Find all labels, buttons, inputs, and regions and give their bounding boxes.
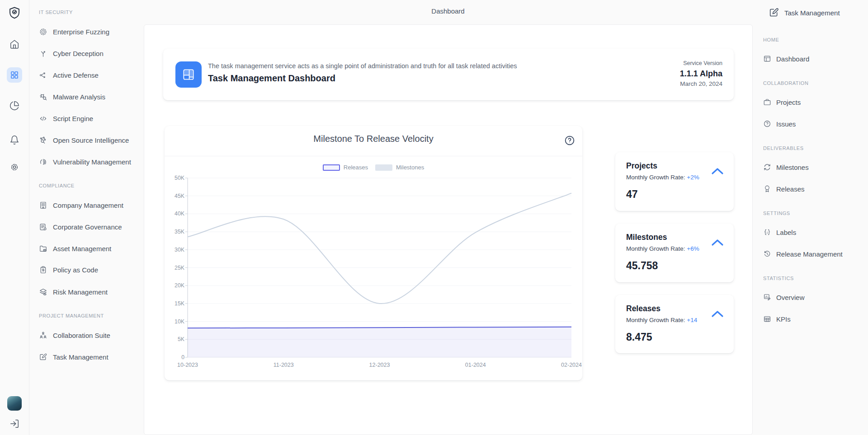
legend-label: Milestones <box>396 164 424 171</box>
growth-label: Monthly Growth Rate: <box>626 317 685 323</box>
divider <box>165 156 582 156</box>
app-label: Task Management <box>784 9 840 17</box>
help-icon[interactable] <box>564 135 576 146</box>
sidebar-item-corporate-governance[interactable]: Corporate Governance <box>39 221 122 232</box>
section-title-statistics: STATISTICS <box>763 276 794 281</box>
section-title-collaboration: COLLABORATION <box>763 80 809 86</box>
pie-chart-icon[interactable] <box>9 101 19 111</box>
right-item-milestones[interactable]: Milestones <box>763 162 809 173</box>
sidebar-item-asset-management[interactable]: Asset Management <box>39 243 111 254</box>
network-search-icon <box>39 136 47 145</box>
share-arrows-icon <box>39 71 47 80</box>
svg-text:10K: 10K <box>175 318 185 325</box>
right-item-projects[interactable]: Projects <box>763 97 801 108</box>
chevron-up-icon[interactable] <box>711 239 724 246</box>
sidebar-item-label: Script Engine <box>53 115 93 122</box>
home-icon[interactable] <box>9 39 19 49</box>
right-item-overview[interactable]: Overview <box>763 292 805 303</box>
right-item-label: Labels <box>776 229 796 236</box>
section-title-settings: SETTINGS <box>763 210 790 216</box>
sidebar-item-collaboration-suite[interactable]: Collaboration Suite <box>39 330 110 341</box>
sidebar-item-risk-management[interactable]: Risk Management <box>39 286 108 297</box>
growth-value: +6% <box>687 245 699 252</box>
right-item-dashboard[interactable]: Dashboard <box>763 53 809 64</box>
user-avatar[interactable] <box>7 396 22 411</box>
svg-text:02-2024: 02-2024 <box>561 362 582 368</box>
stat-title: Milestones <box>626 233 667 242</box>
right-item-label: Dashboard <box>776 55 809 63</box>
stat-growth: Monthly Growth Rate: +14 <box>626 317 697 323</box>
sidebar-item-enterprise-fuzzing[interactable]: Enterprise Fuzzing <box>39 26 109 37</box>
right-item-release-management[interactable]: Release Management <box>763 248 843 259</box>
edit-square-icon <box>769 7 779 18</box>
braces-icon <box>763 228 771 236</box>
sidebar-item-script-engine[interactable]: Script Engine <box>39 113 93 124</box>
report-icon <box>763 293 771 301</box>
releases-swatch <box>323 164 340 171</box>
bug-search-icon <box>39 93 47 101</box>
right-item-kpis[interactable]: KPIs <box>763 313 791 324</box>
sidebar-item-cyber-deception[interactable]: Cyber Deception <box>39 48 104 59</box>
grid-dashboard-icon[interactable] <box>7 67 22 83</box>
stat-title: Projects <box>626 161 657 171</box>
page-title: Dashboard <box>431 7 464 15</box>
sidebar-item-label: Open Source Intelligence <box>53 136 129 144</box>
growth-label: Monthly Growth Rate: <box>626 245 685 252</box>
chart-card: Milestone To Release Velocity Releases M… <box>165 126 582 380</box>
sidebar-item-vulnerability-management[interactable]: Vulnerability Management <box>39 156 131 167</box>
org-chart-icon <box>39 331 47 340</box>
stat-value: 47 <box>626 188 638 201</box>
svg-text:25K: 25K <box>175 265 185 271</box>
svg-text:15K: 15K <box>175 300 185 307</box>
version-value: 1.1.1 Alpha <box>680 68 722 80</box>
stat-card-releases: Releases Monthly Growth Rate: +14 8.475 <box>615 295 734 353</box>
sidebar-item-label: Asset Management <box>53 245 111 253</box>
svg-text:01-2024: 01-2024 <box>465 362 486 368</box>
chevron-up-icon[interactable] <box>711 168 724 175</box>
bell-icon[interactable] <box>9 135 19 145</box>
legend-item-releases[interactable]: Releases <box>323 164 368 171</box>
right-item-label: Releases <box>776 185 805 193</box>
right-item-labels[interactable]: Labels <box>763 227 796 238</box>
sidebar-item-open-source-intelligence[interactable]: Open Source Intelligence <box>39 135 129 145</box>
right-item-issues[interactable]: Issues <box>763 118 796 129</box>
shield-logo-icon <box>8 6 21 20</box>
service-version-block: Service Version 1.1.1 Alpha March 20, 20… <box>680 59 722 89</box>
stat-value: 45.758 <box>626 260 658 272</box>
icon-rail <box>0 0 29 435</box>
milestones-swatch <box>375 164 392 171</box>
sidebar-item-label: Risk Management <box>53 288 108 296</box>
right-item-releases[interactable]: Releases <box>763 183 805 194</box>
sidebar-item-policy-as-code[interactable]: Policy as Code <box>39 264 98 275</box>
sidebar-item-malware-analysis[interactable]: Malware Analysis <box>39 91 105 102</box>
stat-card-milestones: Milestones Monthly Growth Rate: +6% 45.7… <box>615 224 734 282</box>
version-date: March 20, 2024 <box>680 80 722 89</box>
fingerprint-icon <box>39 158 47 166</box>
sidebar-item-label: Task Management <box>53 353 108 361</box>
sidebar-item-active-defense[interactable]: Active Defense <box>39 70 99 80</box>
app-switcher[interactable]: Task Management <box>769 7 840 18</box>
dashboard-layout-icon <box>175 61 202 88</box>
svg-text:0: 0 <box>181 354 184 360</box>
banner-description: The task management service acts as a si… <box>208 62 517 70</box>
version-label: Service Version <box>680 59 722 68</box>
sidebar-item-task-management[interactable]: Task Management <box>39 351 108 362</box>
stat-title: Releases <box>626 304 660 313</box>
chevron-up-icon[interactable] <box>711 310 724 318</box>
stat-value: 8.475 <box>626 331 652 343</box>
target-dashed-icon <box>39 28 47 36</box>
banner-title: Task Management Dashboard <box>208 73 517 84</box>
chart-title: Milestone To Release Velocity <box>165 134 582 144</box>
gear-icon[interactable] <box>9 162 19 172</box>
right-item-label: Issues <box>776 120 796 128</box>
legend-item-milestones[interactable]: Milestones <box>375 164 424 171</box>
sidebar-item-label: Collaboration Suite <box>53 332 110 339</box>
sidebar-item-label: Policy as Code <box>53 266 98 274</box>
sidebar-item-company-management[interactable]: Company Management <box>39 200 123 210</box>
section-title-deliverables: DELIVERABLES <box>763 145 804 151</box>
logout-icon[interactable] <box>9 419 19 429</box>
folder-icon <box>39 244 47 253</box>
svg-text:20K: 20K <box>175 282 185 289</box>
svg-text:45K: 45K <box>175 193 185 199</box>
banner-card: The task management service acts as a si… <box>163 49 734 100</box>
